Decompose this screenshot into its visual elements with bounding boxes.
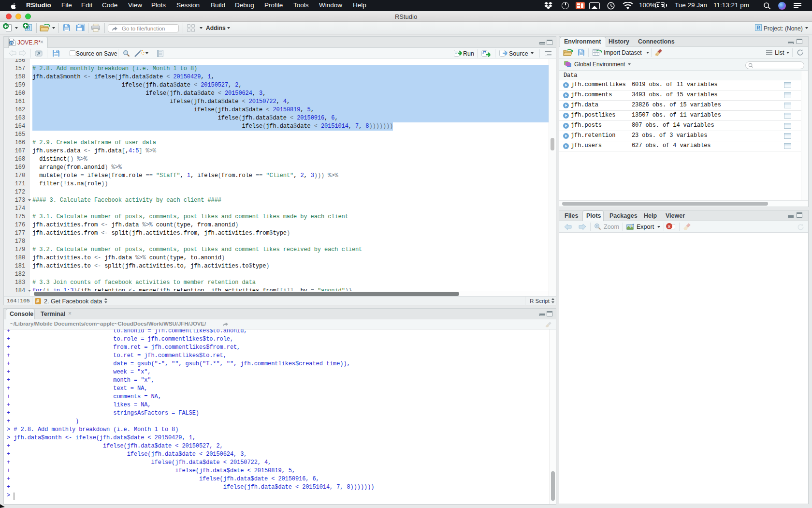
svg-text:R: R <box>10 41 13 45</box>
